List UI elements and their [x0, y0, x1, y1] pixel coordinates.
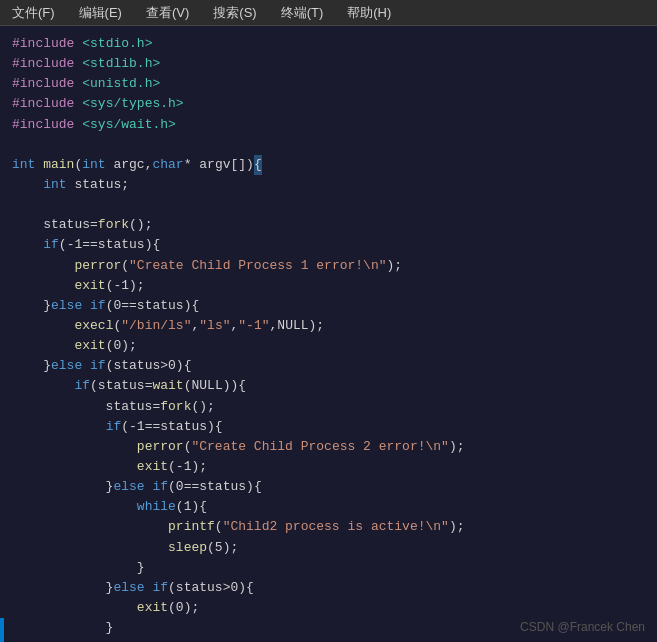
code-line-13: exit(-1);	[12, 276, 645, 296]
status-bar-indicator	[0, 618, 4, 642]
code-line-10: status=fork();	[12, 215, 645, 235]
code-line-3: #include <unistd.h>	[12, 74, 645, 94]
code-line-14: }else if(0==status){	[12, 296, 645, 316]
code-line-18: if(status=wait(NULL)){	[12, 376, 645, 396]
menu-file[interactable]: 文件(F)	[8, 2, 59, 24]
code-editor[interactable]: #include <stdio.h> #include <stdlib.h> #…	[0, 26, 657, 642]
code-line-31: }	[12, 638, 645, 642]
menubar: 文件(F) 编辑(E) 查看(V) 搜索(S) 终端(T) 帮助(H)	[0, 0, 657, 26]
main-window: 文件(F) 编辑(E) 查看(V) 搜索(S) 终端(T) 帮助(H) #inc…	[0, 0, 657, 642]
code-line-22: exit(-1);	[12, 457, 645, 477]
code-line-28: }else if(status>0){	[12, 578, 645, 598]
code-line-8: int status;	[12, 175, 645, 195]
code-line-2: #include <stdlib.h>	[12, 54, 645, 74]
code-line-11: if(-1==status){	[12, 235, 645, 255]
code-line-23: }else if(0==status){	[12, 477, 645, 497]
code-line-16: exit(0);	[12, 336, 645, 356]
code-line-20: if(-1==status){	[12, 417, 645, 437]
code-line-7: int main(int argc,char* argv[]){	[12, 155, 645, 175]
code-line-17: }else if(status>0){	[12, 356, 645, 376]
code-line-6	[12, 135, 645, 155]
menu-search[interactable]: 搜索(S)	[209, 2, 260, 24]
menu-edit[interactable]: 编辑(E)	[75, 2, 126, 24]
menu-terminal[interactable]: 终端(T)	[277, 2, 328, 24]
code-line-19: status=fork();	[12, 397, 645, 417]
code-line-29: exit(0);	[12, 598, 645, 618]
code-line-27: }	[12, 558, 645, 578]
code-line-25: printf("Child2 process is active!\n");	[12, 517, 645, 537]
code-line-15: execl("/bin/ls","ls","-1",NULL);	[12, 316, 645, 336]
code-line-26: sleep(5);	[12, 538, 645, 558]
menu-view[interactable]: 查看(V)	[142, 2, 193, 24]
code-line-21: perror("Create Child Process 2 error!\n"…	[12, 437, 645, 457]
menu-help[interactable]: 帮助(H)	[343, 2, 395, 24]
code-line-4: #include <sys/types.h>	[12, 94, 645, 114]
code-line-24: while(1){	[12, 497, 645, 517]
code-line-1: #include <stdio.h>	[12, 34, 645, 54]
code-line-5: #include <sys/wait.h>	[12, 115, 645, 135]
code-line-12: perror("Create Child Process 1 error!\n"…	[12, 256, 645, 276]
code-line-9	[12, 195, 645, 215]
watermark: CSDN @Francek Chen	[520, 620, 645, 634]
